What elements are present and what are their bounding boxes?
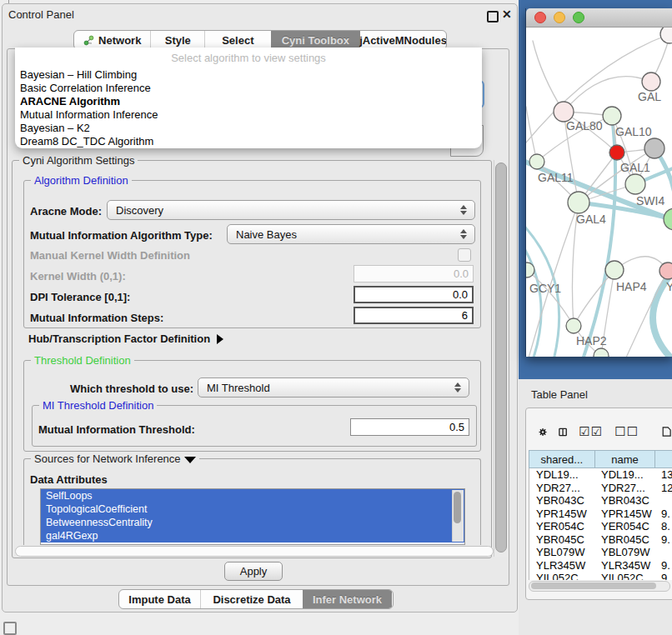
table-row[interactable]: YPR145WYPR145W9. bbox=[529, 508, 672, 521]
algorithm-option[interactable]: Mutual Information Inference bbox=[15, 108, 482, 122]
node-gray[interactable] bbox=[644, 138, 664, 158]
table-cell: YBR045C bbox=[594, 533, 654, 546]
mi-steps-label: Mutual Information Steps: bbox=[30, 312, 163, 324]
tab-discretize-data[interactable]: Discretize Data bbox=[200, 590, 303, 608]
table-row[interactable]: YDR27...YDR27...12 bbox=[529, 482, 672, 495]
tab-jactivemnodules-label: jActiveMNodules bbox=[359, 34, 447, 47]
table-header-row: shared... name A bbox=[529, 450, 672, 468]
mi-threshold-label: Mutual Information Threshold: bbox=[38, 423, 195, 436]
algorithm-option[interactable]: ARACNE Algorithm bbox=[15, 95, 482, 108]
network-edge[interactable] bbox=[526, 107, 537, 162]
node-partial-bottom[interactable] bbox=[594, 348, 609, 357]
network-edge[interactable] bbox=[533, 41, 564, 112]
unchecked-pair-icon[interactable]: ☐☐ bbox=[614, 424, 639, 439]
zoom-green-icon[interactable] bbox=[573, 12, 584, 23]
tab-impute-data[interactable]: Impute Data bbox=[119, 590, 200, 608]
node-partial-top[interactable] bbox=[660, 28, 672, 43]
apply-button[interactable]: Apply bbox=[224, 562, 283, 581]
node-hap4-label: HAP4 bbox=[616, 280, 647, 293]
spinner-icon bbox=[450, 382, 469, 392]
close-red-icon[interactable] bbox=[534, 12, 546, 23]
node-red[interactable] bbox=[609, 145, 624, 160]
node-gal10-label: GAL10 bbox=[615, 125, 652, 138]
column-header-name[interactable]: name bbox=[595, 451, 656, 468]
table-row[interactable]: YLR345WYLR345W9. bbox=[529, 559, 672, 572]
collapsed-panel-icon[interactable] bbox=[3, 622, 17, 635]
document-icon[interactable] bbox=[662, 423, 672, 440]
mi-threshold-field[interactable] bbox=[350, 418, 469, 436]
algorithm-option[interactable]: Dream8 DC_TDC Algorithm bbox=[15, 135, 482, 148]
table-row[interactable]: YDL19...YDL19...13 bbox=[529, 468, 672, 482]
control-panel-title: Control Panel bbox=[8, 8, 74, 21]
dpi-tolerance-field[interactable] bbox=[354, 286, 474, 303]
triangle-down-icon[interactable] bbox=[184, 457, 196, 463]
mi-type-select[interactable]: Naive Bayes bbox=[227, 224, 475, 244]
table-cell: YDL19... bbox=[594, 468, 654, 481]
sources-group-title: Sources for Network Inference bbox=[31, 452, 199, 465]
data-attributes-list: SelfLoopsTopologicalCoefficientBetweenne… bbox=[40, 488, 465, 545]
attribute-list-item[interactable]: TopologicalCoefficient bbox=[41, 502, 464, 516]
hub-definition-expander[interactable]: Hub/Transcription Factor Definition bbox=[28, 332, 223, 345]
table-cell: YDL19... bbox=[529, 468, 594, 481]
threshold-definition-title: Threshold Definition bbox=[31, 354, 134, 367]
tab-style[interactable]: Style bbox=[150, 31, 204, 49]
node-gal-partial[interactable] bbox=[642, 72, 660, 91]
attribute-list-item[interactable]: SelfLoops bbox=[41, 489, 464, 502]
attr-list-scrollbar-thumb[interactable] bbox=[454, 492, 461, 523]
node-gal80-label: GAL80 bbox=[566, 119, 603, 132]
settings-hscrollbar[interactable] bbox=[15, 546, 494, 557]
attribute-list-item[interactable]: BetweennessCentrality bbox=[41, 516, 464, 529]
column-header-shared-name[interactable]: shared... bbox=[529, 451, 595, 468]
table-row[interactable]: YIL052CYIL052C9. bbox=[529, 572, 672, 580]
network-canvas[interactable]: GALGAL80GAL10GAL1GAL11GAL4SWI4GCY1HAP4YH… bbox=[526, 28, 672, 357]
manual-kernel-label: Manual Kernel Width Definition bbox=[30, 249, 190, 262]
table-row[interactable]: YER054CYER054C8. bbox=[529, 520, 672, 533]
tab-infer-network[interactable]: Infer Network bbox=[303, 590, 392, 608]
table-hscrollbar-thumb[interactable] bbox=[531, 582, 656, 589]
network-view-window: GALGAL80GAL10GAL1GAL11GAL4SWI4GCY1HAP4YH… bbox=[525, 8, 672, 357]
mi-steps-field[interactable] bbox=[354, 307, 474, 324]
tab-jactivemnodules[interactable]: jActiveMNodules bbox=[360, 31, 446, 49]
table-row[interactable]: YBR043CYBR043C bbox=[529, 494, 672, 508]
table-cell: 8. bbox=[654, 520, 672, 532]
close-icon[interactable]: ✕ bbox=[502, 8, 512, 21]
dpi-tolerance-label: DPI Tolerance [0,1]: bbox=[30, 291, 130, 303]
node-gal10[interactable] bbox=[603, 107, 621, 125]
checked-pair-icon[interactable]: ☑☑ bbox=[579, 424, 603, 439]
manual-kernel-checkbox[interactable] bbox=[458, 248, 471, 262]
table-cell: YPR145W bbox=[529, 508, 594, 520]
node-gal1-label: GAL1 bbox=[620, 161, 650, 174]
split-columns-icon[interactable] bbox=[559, 425, 567, 439]
table-row[interactable]: YBL079WYBL079W bbox=[529, 546, 672, 559]
float-window-icon[interactable] bbox=[487, 11, 499, 22]
algorithm-option[interactable]: Bayesian – K2 bbox=[15, 122, 482, 135]
algorithm-option[interactable]: Bayesian – Hill Climbing bbox=[15, 68, 482, 82]
aracne-mode-select[interactable]: Discovery bbox=[107, 200, 475, 220]
settings-scrollbar-thumb[interactable] bbox=[495, 162, 507, 552]
node-swi4[interactable] bbox=[664, 208, 672, 230]
node-hap4[interactable] bbox=[605, 261, 624, 279]
gear-icon[interactable] bbox=[539, 425, 547, 439]
node-gal11-label: GAL11 bbox=[538, 171, 574, 184]
node-gal4[interactable] bbox=[568, 192, 589, 213]
mi-threshold-group-title: MI Threshold Definition bbox=[39, 399, 157, 412]
node-hap2[interactable] bbox=[566, 318, 581, 333]
attribute-list-item[interactable]: gal4RGexp bbox=[41, 529, 464, 542]
node-pink-right[interactable] bbox=[659, 262, 672, 279]
network-edge[interactable] bbox=[527, 270, 574, 326]
minimize-yellow-icon[interactable] bbox=[554, 12, 565, 23]
column-header-partial[interactable]: A bbox=[655, 451, 672, 468]
tab-cyni-toolbox[interactable]: Cyni Toolbox bbox=[271, 31, 360, 49]
node-gal1[interactable] bbox=[625, 174, 645, 194]
which-threshold-select[interactable]: MI Threshold bbox=[198, 378, 469, 398]
tab-select[interactable]: Select bbox=[204, 31, 271, 49]
kernel-width-field[interactable] bbox=[354, 265, 474, 282]
table-row[interactable]: YBR045CYBR045C9. bbox=[529, 533, 672, 547]
hub-definition-label: Hub/Transcription Factor Definition bbox=[28, 332, 210, 345]
network-window-titlebar[interactable] bbox=[526, 8, 672, 28]
algorithm-option[interactable]: Basic Correlation Inference bbox=[15, 82, 482, 95]
tab-network[interactable]: Network bbox=[74, 31, 150, 49]
node-gal11[interactable] bbox=[529, 154, 544, 169]
algorithm-dropdown-popup: Select algorithm to view settings Bayesi… bbox=[15, 48, 482, 148]
tab-impute-data-label: Impute Data bbox=[128, 593, 190, 606]
